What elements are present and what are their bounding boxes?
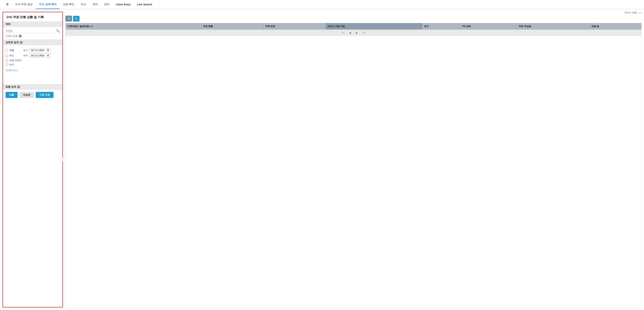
status-row-backorder: 보류 건적서	[6, 59, 60, 62]
col-header[interactable]: 서비스 구분 타입	[326, 23, 422, 30]
nav-item-수리-상태-확인[interactable]: 수리 상태 확인	[36, 0, 60, 9]
date-to-input[interactable]	[29, 54, 51, 58]
status-section-label: 상태로 검색	[6, 41, 19, 44]
custom-search-header: 맞춤 검색 i	[3, 84, 62, 90]
show-more-link[interactable]: 자세히 표시	[6, 69, 18, 72]
date-from-input[interactable]	[29, 48, 51, 52]
customer-number-row: 고객사 번호 i	[6, 34, 60, 38]
col-header[interactable]: PO 번호	[460, 23, 517, 30]
nav-item-Claim-Entry[interactable]: Claim Entry	[113, 0, 134, 9]
support-button[interactable]: 지원 요청	[36, 92, 54, 98]
custom-search-label: 맞춤 검색	[6, 85, 16, 88]
customer-number-label: 고객사 번호	[6, 34, 18, 38]
col-header[interactable]: 정가	[422, 23, 460, 30]
col-header[interactable]: 아웃바운드 일련번호▲▼	[66, 23, 201, 30]
table-container: 아웃바운드 일련번호▲▼주문 현황주문 번호서비스 구분 타입정가PO 번호주문…	[66, 23, 642, 308]
pagination-bar: ⊢ ◄ ► ⊣	[66, 30, 641, 36]
content-area: 레코드 없음 — ⬇ ||| 아웃바운드 일련번호▲▼주문 현황주문 번호서비스…	[63, 9, 644, 310]
nav-item-관리[interactable]: 관리	[101, 0, 113, 9]
top-navigation: 홈수리 주문 생성수리 상태 확인보증 확인자산계약관리Claim EntryL…	[0, 0, 644, 9]
status-row-cancel: 취소 에게	[6, 54, 60, 58]
col-header[interactable]: 주문 현황	[201, 23, 263, 30]
col-header[interactable]: 주문 작성일	[517, 23, 590, 30]
checkbox-submit[interactable]	[6, 49, 8, 52]
table-header: 아웃바운드 일련번호▲▼주문 현황주문 번호서비스 구분 타입정가PO 번호주문…	[66, 23, 641, 30]
to-label: 에게	[23, 54, 28, 57]
bottom-buttons: 제출 재설정 지원 요청	[3, 90, 62, 101]
nav-item-보증-확인[interactable]: 보증 확인	[60, 0, 78, 9]
toolbar-row: 레코드 없음 —	[66, 11, 642, 14]
account-section: 🔍 고객사 번호 i	[3, 27, 62, 40]
columns-button[interactable]: |||	[73, 16, 80, 22]
from-label: 에서	[23, 49, 28, 52]
account-name-input[interactable]	[6, 29, 54, 33]
toolbar-buttons: ⬇ |||	[66, 16, 642, 22]
sidebar-title: 수리 주문 진행 상황 및 기록	[3, 12, 62, 21]
account-section-header: 계좌	[3, 21, 62, 27]
status-section-header: 상태로 검색 i	[3, 40, 62, 45]
nav-item-홈[interactable]: 홈	[3, 0, 12, 9]
checkbox-pending[interactable]	[6, 64, 8, 66]
status-info-icon[interactable]: i	[20, 41, 22, 44]
prev-page-button[interactable]: ◄	[348, 31, 353, 35]
section-spacer	[3, 74, 62, 84]
sidebar-panel: 수리 주문 진행 상황 및 기록 계좌 🔍 고객사 번호 i 상태로 검색 i …	[2, 12, 63, 308]
label-backorder: 보류 건적서	[10, 59, 22, 62]
nav-item-수리-주문-생성[interactable]: 수리 주문 생성	[12, 0, 36, 9]
collapse-arrow[interactable]: ‹	[61, 158, 65, 162]
next-page-button[interactable]: ►	[354, 31, 360, 35]
status-row-submit: 제출 에서	[6, 48, 60, 52]
col-header[interactable]: 전달 일	[590, 23, 641, 30]
main-content: 수리 주문 진행 상황 및 기록 계좌 🔍 고객사 번호 i 상태로 검색 i …	[0, 9, 644, 310]
nav-item-Line-Search[interactable]: Line Search	[134, 0, 155, 9]
account-label: 계좌	[6, 22, 10, 26]
nav-item-계약[interactable]: 계약	[89, 0, 101, 9]
checkbox-backorder[interactable]	[6, 59, 8, 62]
toolbar-divider: —	[639, 11, 642, 14]
label-submit: 제출	[10, 49, 22, 52]
first-page-button[interactable]: ⊢	[341, 31, 346, 35]
nav-item-자산[interactable]: 자산	[78, 0, 89, 9]
header-row: 아웃바운드 일련번호▲▼주문 현황주문 번호서비스 구분 타입정가PO 번호주문…	[66, 23, 641, 30]
customer-number-info-icon[interactable]: i	[19, 35, 22, 38]
account-name-row: 🔍	[6, 29, 60, 33]
submit-button[interactable]: 제출	[6, 92, 18, 98]
reset-button[interactable]: 재설정	[20, 92, 34, 98]
col-header[interactable]: 주문 번호	[263, 23, 326, 30]
label-cancel: 취소	[10, 54, 22, 57]
download-button[interactable]: ⬇	[66, 16, 72, 22]
account-search-button[interactable]: 🔍	[56, 29, 60, 33]
custom-search-info-icon[interactable]: i	[17, 86, 20, 88]
orders-table: 아웃바운드 일련번호▲▼주문 현황주문 번호서비스 구분 타입정가PO 번호주문…	[66, 23, 641, 30]
last-page-button[interactable]: ⊣	[361, 31, 366, 35]
label-pending: 대기	[10, 63, 22, 66]
status-section: 제출 에서 취소 에게 보류 건적서 대기 자세히 표시	[3, 45, 62, 74]
record-count: 레코드 없음	[624, 11, 637, 14]
status-row-pending: 대기	[6, 63, 60, 66]
checkbox-cancel[interactable]	[6, 54, 8, 57]
